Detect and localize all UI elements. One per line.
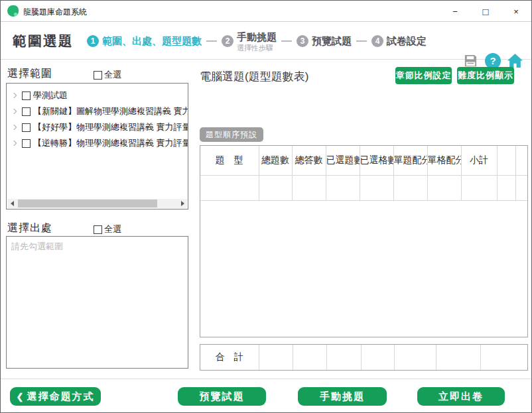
expand-chevron-icon[interactable]: [11, 109, 17, 114]
close-button[interactable]: ×: [501, 1, 531, 22]
footer-divider: [1, 379, 531, 379]
tree-item-checkbox[interactable]: [22, 123, 31, 132]
scroll-left-icon[interactable]: [7, 199, 17, 208]
tree-item-checkbox[interactable]: [22, 91, 31, 100]
tree-item[interactable]: 【好好學】物理學測總複習講義 實力評量: [7, 119, 188, 135]
col-points-per-question: 單題配分: [393, 146, 427, 175]
step-2-sublabel: 選擇性步驟: [237, 44, 277, 52]
step-1-range[interactable]: 1 範圍、出處、題型題數: [87, 35, 202, 48]
tree-item[interactable]: 【逆轉勝】物理學測總複習講義 實力評量: [7, 135, 188, 151]
computer-selection-title: 電腦選題(題型題數表): [200, 69, 308, 84]
difficulty-ratio-button[interactable]: 難度比例顯示: [457, 67, 514, 84]
tree-item-checkbox[interactable]: [22, 107, 31, 116]
range-select-all[interactable]: 全選: [94, 69, 121, 81]
chapter-ratio-button[interactable]: 章節比例設定: [395, 67, 452, 84]
step-2-label: 手動挑題: [237, 31, 277, 44]
scrollbar-track[interactable]: [17, 199, 178, 208]
generate-paper-button[interactable]: 立即出卷: [417, 387, 505, 406]
horizontal-scrollbar[interactable]: [7, 199, 187, 208]
back-to-method-button[interactable]: ❮ 選擇命題方式: [10, 387, 101, 406]
source-select-all-checkbox[interactable]: [94, 225, 102, 234]
manual-pick-button[interactable]: 手動挑題: [298, 387, 387, 406]
back-to-method-label: 選擇命題方式: [27, 390, 94, 403]
chevron-left-icon: ❮: [17, 392, 24, 402]
step-4-number: 4: [371, 35, 383, 47]
tree-item-label[interactable]: 學測試題: [33, 89, 68, 101]
tree-item[interactable]: 【新關鍵】圖解物理學測總複習講義 實力評量: [7, 103, 188, 119]
wizard-header: 範圍選題 1 範圍、出處、題型題數 2 手動挑題 選擇性步驟 3 預覽試題 4: [1, 23, 531, 60]
expand-chevron-icon[interactable]: [11, 141, 17, 146]
preview-questions-button[interactable]: 預覽試題: [178, 387, 266, 406]
step-4-label: 試卷設定: [387, 35, 427, 48]
question-type-table: 題 型 總題數 總答數 已選題數 已選格數 單題配分 單格配分 小計: [200, 145, 528, 337]
step-1-label: 範圍、出處、題型題數: [102, 35, 202, 48]
col-subtotal: 小計: [461, 146, 497, 175]
source-select-all-label: 全選: [104, 223, 121, 235]
source-section-title: 選擇出處: [7, 221, 52, 235]
step-separator: [206, 40, 217, 42]
source-select-all[interactable]: 全選: [94, 223, 121, 235]
range-select-all-label: 全選: [104, 69, 121, 81]
step-3-number: 3: [297, 35, 308, 47]
tree-item-label[interactable]: 【好好學】物理學測總複習講義 實力評量: [33, 121, 188, 133]
scrollbar-thumb[interactable]: [18, 200, 157, 207]
expand-chevron-icon[interactable]: [11, 93, 17, 98]
app-window: 龍騰題庫命題系統 − □ × 範圍選題 1 範圍、出處、題型題數 2 手動挑題 …: [0, 0, 532, 413]
minimize-button[interactable]: −: [440, 1, 470, 22]
tree-item-label[interactable]: 【逆轉勝】物理學測總複習講義 實力評量: [33, 137, 188, 149]
maximize-button[interactable]: □: [470, 1, 501, 22]
range-tree: 學測試題 【新關鍵】圖解物理學測總複習講義 實力評量 【好好學】物理學測總複習講…: [6, 83, 188, 209]
tree-item[interactable]: 學測試題: [7, 88, 188, 103]
tree-item-label[interactable]: 【新關鍵】圖解物理學測總複習講義 實力評量: [33, 105, 188, 117]
col-question-type: 題 型: [200, 146, 259, 175]
step-1-number: 1: [87, 35, 99, 47]
scroll-right-icon[interactable]: [178, 199, 187, 208]
step-3-label: 預覽試題: [312, 35, 352, 48]
step-separator: [356, 40, 367, 42]
app-title: 龍騰題庫命題系統: [23, 7, 87, 18]
step-4-settings[interactable]: 4 試卷設定: [371, 35, 427, 48]
step-2-number: 2: [222, 35, 233, 47]
table-header-row: 題 型 總題數 總答數 已選題數 已選格數 單題配分 單格配分 小計: [200, 146, 527, 175]
range-select-all-checkbox[interactable]: [94, 71, 102, 80]
step-3-preview[interactable]: 3 預覽試題: [297, 35, 352, 48]
source-placeholder: 請先勾選範圍: [11, 241, 63, 253]
col-points-per-blank: 單格配分: [427, 146, 461, 175]
col-extra: [515, 146, 527, 175]
title-bar: 龍騰題庫命題系統 − □ ×: [1, 1, 531, 22]
question-order-tab[interactable]: 題型順序預設: [200, 127, 263, 142]
col-selected-blanks: 已選格數: [360, 146, 393, 175]
window-controls: − □ ×: [440, 1, 531, 22]
total-row: 合 計: [200, 344, 528, 371]
col-selected-questions: 已選題數: [326, 146, 360, 175]
source-list[interactable]: 請先勾選範圍: [6, 236, 188, 369]
app-logo-icon: [7, 5, 19, 17]
step-2-manual[interactable]: 2 手動挑題 選擇性步驟: [222, 31, 277, 52]
wizard-steps: 1 範圍、出處、題型題數 2 手動挑題 選擇性步驟 3 預覽試題 4 試卷設定: [87, 23, 427, 60]
step-separator: [281, 40, 292, 42]
table-row: [200, 175, 527, 200]
col-extra: [497, 146, 515, 175]
page-title: 範圍選題: [13, 32, 74, 50]
expand-chevron-icon[interactable]: [11, 125, 17, 130]
help-icon[interactable]: ?: [485, 53, 501, 69]
col-total-answers: 總答數: [292, 146, 326, 175]
total-label: 合 計: [200, 345, 259, 370]
col-total-questions: 總題數: [259, 146, 292, 175]
range-section-title: 選擇範圍: [7, 67, 52, 81]
tree-item-checkbox[interactable]: [22, 139, 31, 148]
